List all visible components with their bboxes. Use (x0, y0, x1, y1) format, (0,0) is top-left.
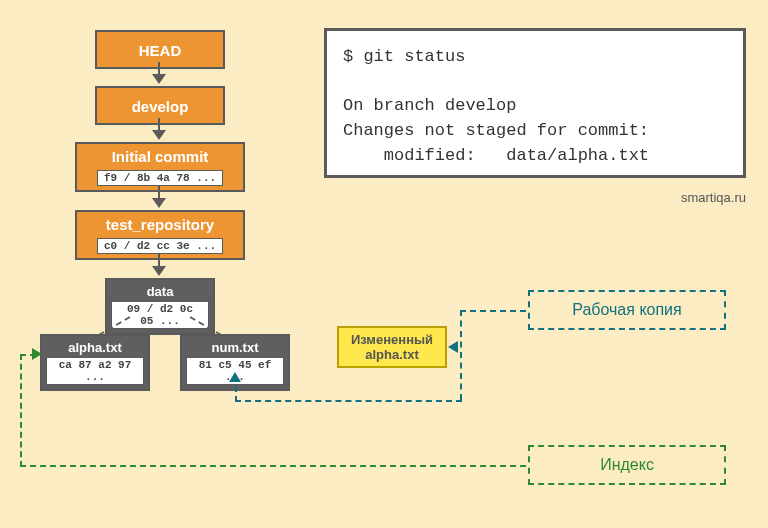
term-line: $ git status (343, 47, 465, 66)
terminal-output: $ git status On branch develop Changes n… (324, 28, 746, 178)
alpha-hash: ca 87 a2 97 ... (46, 357, 144, 385)
changed-file-box: Измененный alpha.txt (337, 326, 447, 368)
commit-node: Initial commit f9 / 8b 4a 78 ... (75, 142, 245, 192)
num-label: num.txt (182, 336, 288, 357)
arrow-down-icon (152, 266, 166, 276)
term-line: modified: data/alpha.txt (343, 146, 649, 165)
alpha-label: alpha.txt (42, 336, 148, 357)
arrow-down-icon (152, 74, 166, 84)
repo-label: test_repository (77, 212, 243, 235)
changed-line2: alpha.txt (339, 348, 445, 363)
develop-label: develop (97, 94, 223, 117)
commit-label: Initial commit (77, 144, 243, 167)
green-path (20, 465, 526, 467)
repo-node: test_repository c0 / d2 cc 3e ... (75, 210, 245, 260)
arrow-left-icon (448, 341, 458, 353)
arrow-right-icon (32, 348, 42, 360)
data-hash: 09 / d2 0c 05 ... (111, 301, 209, 329)
develop-node: develop (95, 86, 225, 125)
teal-path (235, 400, 462, 402)
green-path (20, 354, 22, 467)
alpha-node: alpha.txt ca 87 a2 97 ... (40, 334, 150, 391)
teal-path (460, 310, 526, 312)
working-copy-label: Рабочая копия (528, 290, 726, 330)
term-line: On branch develop (343, 96, 516, 115)
teal-path (460, 310, 462, 400)
head-node: HEAD (95, 30, 225, 69)
attribution: smartiqa.ru (681, 190, 746, 205)
commit-hash: f9 / 8b 4a 78 ... (97, 170, 223, 186)
changed-line1: Измененный (339, 333, 445, 348)
index-label: Индекс (528, 445, 726, 485)
arrow-up-icon (229, 372, 241, 382)
arrow-down-icon (152, 130, 166, 140)
data-node: data 09 / d2 0c 05 ... (105, 278, 215, 335)
data-label: data (107, 280, 213, 301)
head-label: HEAD (97, 38, 223, 61)
term-line: Changes not staged for commit: (343, 121, 649, 140)
arrow-down-icon (152, 198, 166, 208)
repo-hash: c0 / d2 cc 3e ... (97, 238, 223, 254)
